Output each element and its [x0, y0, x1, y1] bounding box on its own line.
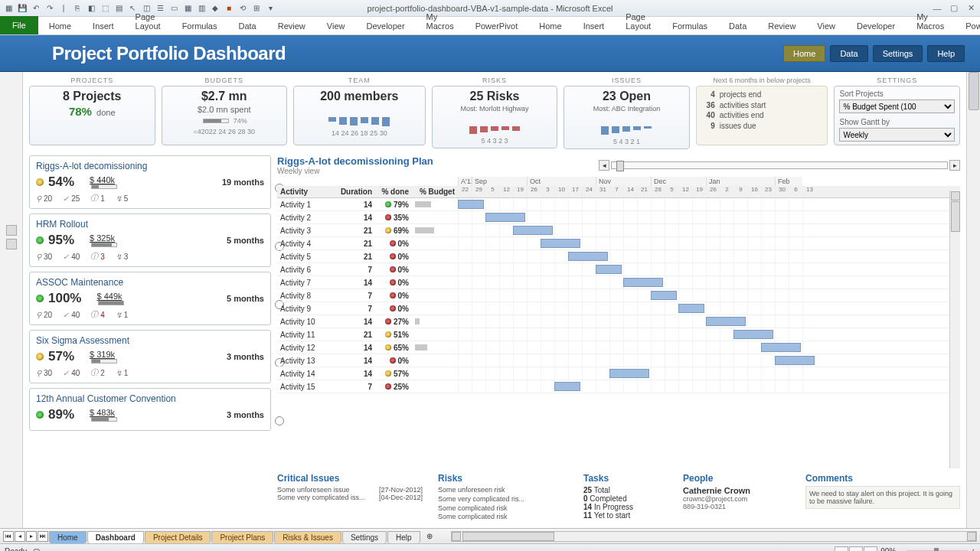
- hscroll-right-icon[interactable]: [967, 532, 976, 541]
- gantt-header: Activity Duration % done % Budget 222951…: [277, 186, 960, 198]
- ribbon-tab-developer[interactable]: Developer: [355, 18, 415, 34]
- sheet-tab-dashboard[interactable]: Dashboard: [87, 531, 144, 543]
- status-dot: [390, 279, 396, 285]
- vertical-scrollbar[interactable]: [966, 72, 980, 528]
- ribbon-tab-insert[interactable]: Insert: [82, 18, 125, 34]
- qat-btn[interactable]: ◆: [210, 3, 220, 14]
- close-icon[interactable]: ✕: [965, 3, 977, 14]
- status-ready: Ready: [5, 547, 27, 551]
- ribbon-tab-view[interactable]: View: [316, 18, 356, 34]
- nav-settings-button[interactable]: Settings: [873, 45, 923, 62]
- sheet-tab-help[interactable]: Help: [387, 531, 420, 543]
- ribbon-tab[interactable]: View: [806, 18, 846, 34]
- comments-text: We need to stay alert on this project. I…: [805, 486, 960, 509]
- ribbon-tab[interactable]: Developer: [846, 18, 906, 34]
- ribbon-tab[interactable]: Insert: [573, 18, 616, 34]
- stat-risks: ↯ 1: [116, 309, 129, 320]
- scroll-up-icon[interactable]: [951, 191, 960, 201]
- ribbon-tab[interactable]: PowerPivot: [955, 18, 980, 34]
- gantt-day: 23: [761, 186, 775, 197]
- gantt-day: 9: [733, 186, 747, 197]
- project-card[interactable]: Six Sigma Assessment57%$ 319k3 months⚲ 3…: [29, 330, 271, 383]
- kpi-value: 23 Open: [569, 90, 684, 103]
- qat-btn[interactable]: ◧: [86, 3, 96, 14]
- qat-btn[interactable]: ▥: [196, 3, 207, 14]
- kpi-row: PROJECTS 8 Projects 78% done BUDGETS $2.…: [29, 77, 960, 149]
- horizontal-scrollbar[interactable]: [451, 531, 977, 542]
- sheet-tab-home[interactable]: Home: [49, 531, 87, 543]
- gantt-next-icon[interactable]: ▸: [949, 160, 960, 171]
- activity-pct: 57%: [394, 370, 409, 378]
- project-card[interactable]: HRM Rollout95%$ 325k5 months⚲ 30✓ 40ⓘ 3↯…: [29, 214, 271, 267]
- project-card[interactable]: ASSOC Maintenance100%$ 449k5 months⚲ 20✓…: [29, 272, 271, 325]
- sheet-tab-settings[interactable]: Settings: [342, 531, 387, 543]
- gantt-month: Nov: [596, 177, 651, 186]
- zoom-out-icon[interactable]: −: [899, 547, 903, 551]
- sheet-tab-project-details[interactable]: Project Details: [145, 531, 211, 543]
- ribbon-tab[interactable]: Formulas: [662, 18, 718, 34]
- gantt-select[interactable]: Weekly: [839, 128, 955, 142]
- ribbon-tab-data[interactable]: Data: [227, 18, 266, 34]
- ribbon-tab[interactable]: Data: [718, 18, 757, 34]
- nav-home-button[interactable]: Home: [783, 45, 825, 62]
- hscroll-left-icon[interactable]: [452, 532, 461, 541]
- ribbon-tab-review[interactable]: Review: [267, 18, 316, 34]
- sheet-tab-risks-issues[interactable]: Risks & Issues: [274, 531, 341, 543]
- ribbon-tab[interactable]: Page Layout: [615, 8, 662, 34]
- sheet-nav-prev-icon[interactable]: ◂: [15, 531, 25, 542]
- scroll-thumb[interactable]: [951, 201, 960, 232]
- project-card[interactable]: Riggs-A-lot decomissioning54%$ 440k19 mo…: [29, 155, 271, 209]
- gantt-timeline-slider[interactable]: [611, 161, 948, 169]
- undo-icon[interactable]: ↶: [31, 3, 41, 14]
- file-tab[interactable]: File: [0, 16, 38, 34]
- qat-btn[interactable]: ▤: [113, 3, 124, 14]
- gantt-day: 19: [513, 186, 527, 197]
- qat-btn[interactable]: ■: [224, 3, 234, 14]
- ribbon-tab-formulas[interactable]: Formulas: [172, 18, 228, 34]
- gantt-cells: [458, 341, 960, 354]
- gantt-months: A'11SepOctNovDecJanFeb: [458, 177, 960, 186]
- gutter-btn[interactable]: [6, 225, 17, 236]
- gantt-prev-icon[interactable]: ◂: [599, 160, 609, 171]
- activity-pct: 0%: [398, 357, 409, 365]
- new-sheet-icon[interactable]: ⊕: [423, 530, 436, 542]
- sheet-nav-last-icon[interactable]: ⏭: [38, 531, 48, 542]
- ribbon-tab[interactable]: My Macros: [906, 8, 955, 34]
- qat-btn[interactable]: ⎘: [72, 3, 83, 14]
- save-icon[interactable]: 💾: [17, 3, 28, 14]
- qat-btn[interactable]: ▦: [182, 3, 193, 14]
- sheet-nav-first-icon[interactable]: ⏮: [3, 531, 14, 542]
- qat-btn[interactable]: ⬚: [100, 3, 110, 14]
- ribbon-tab[interactable]: Home: [528, 18, 572, 34]
- gantt-cells: [458, 328, 960, 341]
- gutter-btn[interactable]: [6, 239, 17, 249]
- ribbon-tab-page-layout[interactable]: Page Layout: [125, 8, 172, 34]
- gantt-vscroll[interactable]: [949, 191, 960, 468]
- sheet-tab-project-plans[interactable]: Project Plans: [211, 531, 273, 543]
- sort-select[interactable]: % Budget Spent (100: [839, 99, 955, 113]
- view-break-icon[interactable]: [864, 546, 877, 552]
- hscroll-thumb[interactable]: [462, 532, 554, 541]
- project-card[interactable]: 12th Annual Customer Convention89%$ 483k…: [29, 388, 271, 431]
- project-duration: 3 months: [227, 410, 264, 419]
- nav-help-button[interactable]: Help: [927, 45, 965, 62]
- project-pct: 57%: [48, 349, 74, 364]
- macro-record-icon[interactable]: ▢: [33, 547, 40, 551]
- qat-btn[interactable]: ⟲: [237, 3, 248, 14]
- zoom-in-icon[interactable]: +: [971, 547, 975, 551]
- sheet-nav-next-icon[interactable]: ▸: [26, 531, 37, 542]
- gantt-row: Activity 5210%: [277, 250, 960, 263]
- nav-data-button[interactable]: Data: [830, 45, 867, 62]
- ribbon-tab-home[interactable]: Home: [38, 18, 82, 34]
- view-page-icon[interactable]: [849, 546, 863, 552]
- status-dot: [385, 344, 391, 350]
- redo-icon[interactable]: ↷: [44, 3, 55, 14]
- scroll-thumb[interactable]: [969, 72, 979, 110]
- ribbon-tab-powerpivot[interactable]: PowerPivot: [465, 18, 529, 34]
- qat-btn[interactable]: ⊞: [251, 3, 262, 14]
- status-dot: [390, 305, 396, 311]
- ribbon-tab[interactable]: Review: [757, 18, 806, 34]
- qat-dropdown-icon[interactable]: ▾: [265, 3, 276, 14]
- project-pct: 100%: [48, 291, 81, 306]
- view-normal-icon[interactable]: [835, 546, 848, 552]
